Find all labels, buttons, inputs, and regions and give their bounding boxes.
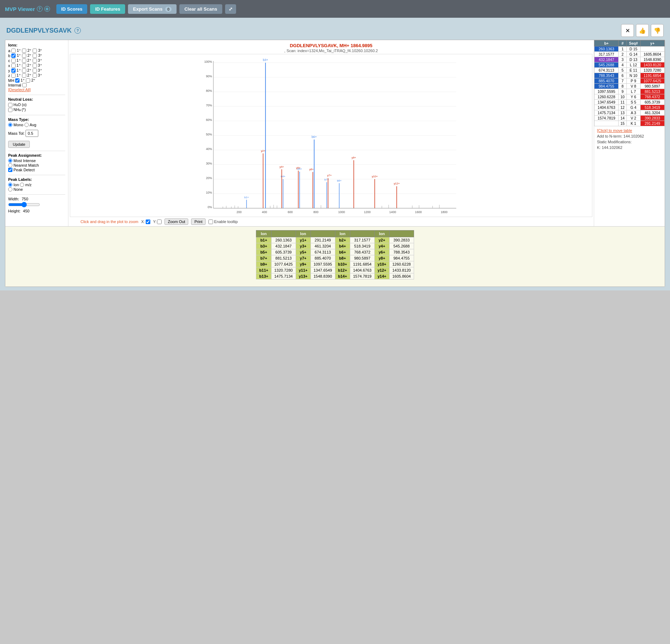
id-features-button[interactable]: ID Features <box>90 4 125 14</box>
ion-cell-val: 518.3419 <box>350 243 374 249</box>
ion-cell-val: 390.2833 <box>389 237 414 243</box>
ion-row-mh: MH 1⁺ 2⁺ <box>8 78 65 83</box>
peak-mz-radio[interactable] <box>20 183 24 187</box>
drag-label: Click and drag in the plot to zoom <box>80 220 138 224</box>
ion-mh-1[interactable] <box>15 78 19 83</box>
spectrum-chart[interactable]: 100% 90% 80% 70% 60% 50% 40% 30% 20% 10%… <box>70 54 592 217</box>
ion-b-cell: 1574.7819 <box>594 116 619 121</box>
ion-b-cell: 1260.6228 <box>594 94 619 100</box>
peptide-name-area: DGDLENPVLYSGAVK ? <box>6 27 81 34</box>
ion-num-cell: 1 <box>619 46 627 52</box>
ion-cell-name: b14+ <box>335 273 350 279</box>
ion-b-1[interactable] <box>11 54 16 58</box>
deselect-all-link[interactable]: [Deselect All] <box>8 88 65 92</box>
ion-num-cell: 11 <box>619 100 627 105</box>
ion-cell-name: y10+ <box>374 261 389 267</box>
clear-all-scans-button[interactable]: Clear all Scans <box>179 4 222 14</box>
ion-internal-cb[interactable] <box>22 83 27 87</box>
svg-text:y10+: y10+ <box>372 175 378 178</box>
nearest-match-radio[interactable] <box>8 163 12 167</box>
svg-text:y4+: y4+ <box>279 165 284 168</box>
update-button[interactable]: Update <box>8 141 30 148</box>
ion-cell-val: 260.1363 <box>271 237 296 243</box>
peak-detect-cb[interactable] <box>8 168 12 172</box>
ion-row-a: a 1⁺ 2⁺ 3⁺ <box>8 48 65 53</box>
peak-none-radio[interactable] <box>8 187 12 191</box>
click-link[interactable]: [Click] to move table <box>597 128 632 133</box>
ion-seq-cell: V 2 <box>626 116 640 121</box>
ion-b-cell: 545.2688 <box>594 62 619 68</box>
zoom-out-button[interactable]: Zoom Out <box>164 218 188 225</box>
ion-cell-name: b12+ <box>335 267 350 273</box>
y-axis-checkbox[interactable] <box>157 220 162 224</box>
ion-b-3[interactable] <box>33 54 37 58</box>
peptide-help-icon[interactable]: ? <box>74 27 81 34</box>
ion-z-2[interactable] <box>22 73 26 78</box>
ion-a-2[interactable] <box>22 49 26 53</box>
ion-x-1[interactable] <box>11 63 16 68</box>
h2o-cb[interactable] <box>8 103 12 107</box>
ion-y-cell: 980.5897 <box>640 84 664 89</box>
id-scores-button[interactable]: ID Scores <box>56 4 88 14</box>
nh3-row: NH₃ (*) <box>8 107 65 112</box>
mass-avg-radio[interactable] <box>24 123 29 127</box>
peak-none-label: None <box>13 187 23 191</box>
ion-mh-2[interactable] <box>26 78 30 83</box>
x-axis-label: X: <box>141 220 145 224</box>
most-intense-radio[interactable] <box>8 159 12 163</box>
thumbs-up-button[interactable]: 👍 <box>636 24 649 37</box>
export-scans-button[interactable]: Export Scans 0 <box>128 4 177 14</box>
ion-z-3[interactable] <box>33 73 37 78</box>
print-button[interactable]: Print <box>191 218 206 225</box>
svg-text:200: 200 <box>236 210 242 214</box>
ion-seq-cell: A 3 <box>626 110 640 116</box>
x-axis-checkbox[interactable] <box>146 220 150 224</box>
ion-table-row: 1097.55959L 7881.5213 <box>594 89 665 94</box>
ion-b-cell: 1347.6549 <box>594 100 619 105</box>
expand-button[interactable]: ⤢ <box>225 4 236 14</box>
ion-y-3[interactable] <box>33 68 37 73</box>
tooltip-label: Enable tooltip <box>214 220 238 224</box>
svg-text:40%: 40% <box>206 147 212 151</box>
ion-seq-cell: K 1 <box>626 121 640 126</box>
ion-a-3[interactable] <box>33 49 37 53</box>
close-button[interactable]: ✕ <box>621 24 634 37</box>
ion-a-1[interactable] <box>11 49 16 53</box>
ion-c-label: c <box>8 59 10 63</box>
static-mods-label: Static Modifications: <box>597 140 662 144</box>
mass-mono-radio[interactable] <box>8 123 12 127</box>
peak-ion-radio[interactable] <box>8 183 12 187</box>
nh3-cb[interactable] <box>8 108 12 112</box>
width-slider[interactable] <box>8 202 40 207</box>
svg-text:1800: 1800 <box>441 210 447 214</box>
ion-c-3[interactable] <box>33 59 37 63</box>
ion-c-2[interactable] <box>22 59 26 63</box>
ion-cell-name: b13+ <box>256 273 271 279</box>
tooltip-checkbox[interactable] <box>208 220 213 224</box>
ion-y-2[interactable] <box>22 68 26 73</box>
col-ion1: Ion <box>256 231 271 237</box>
ion-b-2[interactable] <box>22 54 26 58</box>
list-item: b3+432.1847y3+461.3204b4+518.3419y4+545.… <box>256 243 414 249</box>
ion-b-cell: 260.1363 <box>594 46 619 52</box>
ion-c-1[interactable] <box>11 59 16 63</box>
ion-x-2[interactable] <box>22 63 26 68</box>
ion-z-1[interactable] <box>11 73 16 78</box>
ion-cell-val: 1475.7134 <box>271 273 296 279</box>
help-icon[interactable]: ? <box>37 6 43 12</box>
ion-y-cell: 1077.6425 <box>640 78 664 84</box>
width-val: 750 <box>22 197 28 201</box>
peak-labels-row: Ion m/z <box>8 183 65 187</box>
neutral-loss-label: Neutral Loss: <box>8 97 65 101</box>
mass-tol-input[interactable] <box>26 130 38 137</box>
ion-y-1[interactable] <box>11 68 16 73</box>
ion-cell-val: 1320.7280 <box>271 267 296 273</box>
ion-cell-val: 1433.8120 <box>389 267 414 273</box>
ion-table-row: 432.18473D 131548.8390 <box>594 57 665 62</box>
thumbs-down-button[interactable]: 👎 <box>651 24 664 37</box>
svg-text:1200: 1200 <box>364 210 371 214</box>
settings-icon[interactable]: ⚙ <box>44 6 50 12</box>
ion-x-3[interactable] <box>33 63 37 68</box>
svg-text:y9+: y9+ <box>352 156 356 159</box>
svg-text:400: 400 <box>262 210 267 214</box>
